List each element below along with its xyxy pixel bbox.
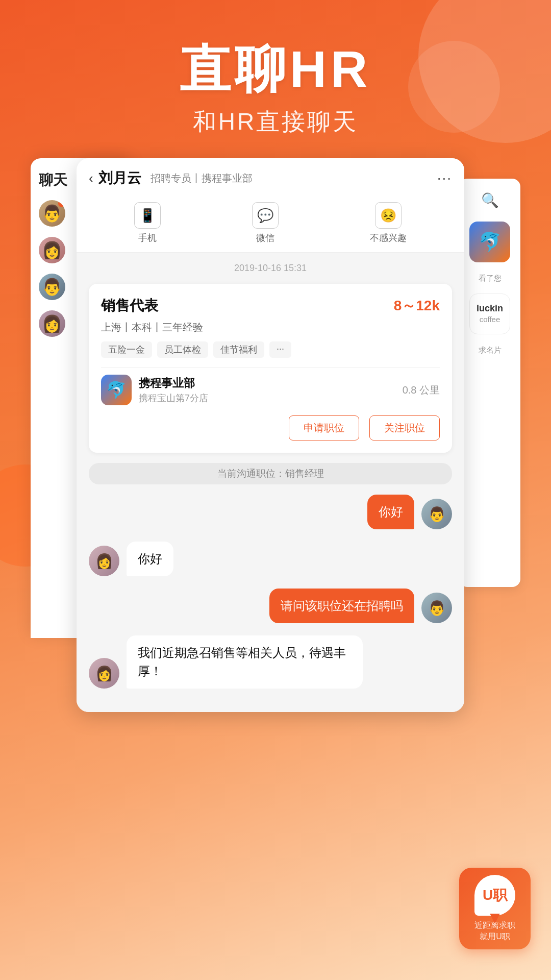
person-name: 刘月云 [98, 168, 141, 188]
current-position-text: 当前沟通职位：销售经理 [217, 467, 324, 480]
job-card-actions: 申请职位 关注职位 [101, 415, 440, 440]
ujob-logo-text: U职 [483, 886, 507, 905]
job-card-header: 销售代表 8～12k [101, 296, 440, 315]
chat-header-top: ‹ 刘月云 招聘专员丨携程事业部 ··· [89, 168, 452, 188]
ujob-logo: U职 [474, 875, 515, 916]
avatar: 👨 [421, 593, 452, 623]
hero-section: 直聊HR 和HR直接聊天 [0, 0, 551, 168]
hero-subtitle: 和HR直接聊天 [0, 106, 551, 138]
avatar: 👩 [89, 546, 119, 576]
coffee-text: coffee [477, 314, 503, 325]
cards-container: 聊天 👨 👩 👨 👩 [0, 158, 551, 720]
person-role: 招聘专员丨携程事业部 [151, 172, 253, 185]
follow-button[interactable]: 关注职位 [369, 415, 440, 440]
cards-wrapper: 聊天 👨 👩 👨 👩 [15, 158, 536, 720]
phone-icon: 📱 [134, 202, 161, 229]
tag-holiday: 佳节福利 [213, 341, 264, 358]
action-not-interested[interactable]: 😣 不感兴趣 [370, 202, 407, 244]
wechat-label: 微信 [256, 232, 274, 244]
job-tags: 五险一金 员工体检 佳节福利 ··· [101, 341, 440, 358]
action-wechat[interactable]: 💬 微信 [252, 202, 279, 244]
company-logo-right: 🐬 [469, 222, 510, 262]
tag-medical: 员工体检 [157, 341, 208, 358]
avatar: 👨 [39, 274, 65, 300]
company-name: 携程事业部 [139, 376, 208, 391]
search-icon[interactable]: 🔍 [479, 189, 501, 211]
not-interested-icon: 😣 [375, 202, 402, 229]
company-info: 🐬 携程事业部 携程宝山第7分店 [101, 375, 208, 405]
coffee-logo: luckin coffee [469, 293, 510, 334]
avatar: 👨 [39, 200, 65, 227]
company-details: 携程事业部 携程宝山第7分店 [139, 376, 208, 404]
job-salary: 8～12k [394, 296, 440, 315]
back-button[interactable]: ‹ [89, 170, 93, 186]
chat-header: ‹ 刘月云 招聘专员丨携程事业部 ··· 📱 手机 💬 微信 [77, 158, 464, 253]
main-chat-card: ‹ 刘月云 招聘专员丨携程事业部 ··· 📱 手机 💬 微信 [77, 158, 464, 712]
avatar: 👩 [39, 310, 65, 337]
avatar: 👩 [89, 658, 119, 689]
wechat-icon: 💬 [252, 202, 279, 229]
avatar: 👨 [421, 499, 452, 529]
divider [101, 367, 440, 368]
avatar: 👩 [39, 237, 65, 263]
chat-body: 2019-10-16 15:31 销售代表 8～12k 上海丨本科丨三年经验 五… [77, 253, 464, 712]
hero-title: 直聊HR [0, 41, 551, 97]
action-phone[interactable]: 📱 手机 [134, 202, 161, 244]
job-card: 销售代表 8～12k 上海丨本科丨三年经验 五险一金 员工体检 佳节福利 ··· [89, 284, 452, 453]
current-position-label: 当前沟通职位：销售经理 [89, 463, 452, 484]
message-bubble-received: 你好 [127, 542, 173, 576]
apply-button[interactable]: 申请职位 [289, 415, 359, 440]
more-button[interactable]: ··· [437, 170, 452, 186]
job-meta: 上海丨本科丨三年经验 [101, 321, 440, 334]
chat-header-left: ‹ 刘月云 招聘专员丨携程事业部 [89, 168, 253, 188]
job-title: 销售代表 [101, 296, 158, 315]
message-row: 请问该职位还在招聘吗 👨 [89, 589, 452, 623]
chat-timestamp: 2019-10-16 15:31 [89, 263, 452, 274]
viewed-text: 看了您 [479, 273, 502, 283]
tag-insurance: 五险一金 [101, 341, 152, 358]
message-row: 👩 我们近期急召销售等相关人员，待遇丰厚！ [89, 635, 452, 689]
tag-more: ··· [269, 341, 291, 358]
message-row: 你好 👨 [89, 495, 452, 529]
not-interested-label: 不感兴趣 [370, 232, 407, 244]
message-bubble-received: 我们近期急召销售等相关人员，待遇丰厚！ [127, 635, 363, 689]
company-logo: 🐬 [101, 375, 132, 405]
ujob-badge[interactable]: U职 近距离求职 就用U职 [459, 868, 531, 949]
company-branch: 携程宝山第7分店 [139, 392, 208, 404]
job-company-row: 🐬 携程事业部 携程宝山第7分店 0.8 公里 [101, 375, 440, 405]
message-bubble-sent: 请问该职位还在招聘吗 [269, 589, 414, 623]
right-panel: 🔍 🐬 看了您 luckin coffee 求名片 [459, 179, 520, 587]
phone-label: 手机 [138, 232, 157, 244]
chat-actions: 📱 手机 💬 微信 😣 不感兴趣 [89, 197, 452, 252]
message-bubble-sent: 你好 [367, 495, 414, 529]
company-distance: 0.8 公里 [403, 383, 440, 397]
card-text: 求名片 [479, 345, 502, 355]
message-row: 👩 你好 [89, 542, 452, 576]
